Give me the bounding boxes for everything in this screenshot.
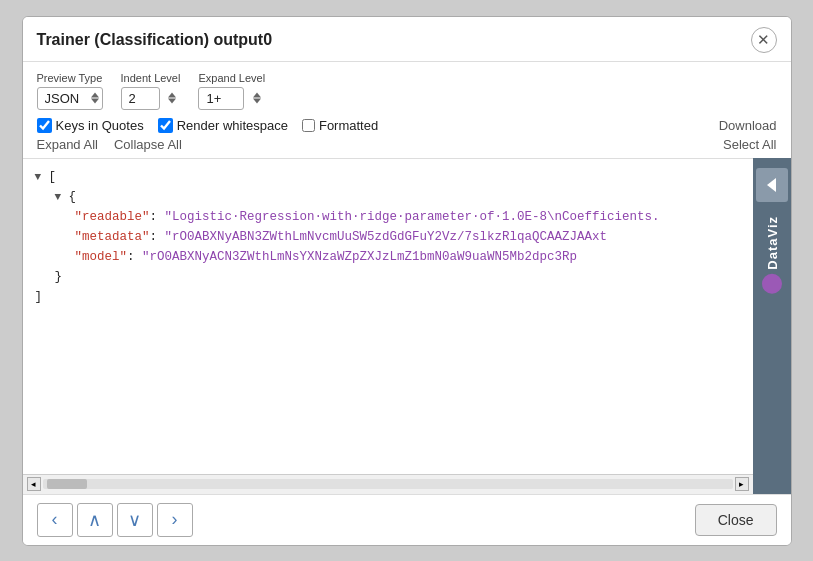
expand-all-link[interactable]: Expand All [37, 137, 98, 152]
preview-type-select[interactable]: JSON XML Text [37, 87, 103, 110]
main-body: ▼ [ ▼ { "readable": "Logistic·Regression… [23, 158, 791, 494]
expand-arrow-up-icon [253, 93, 261, 98]
preview-type-label: Preview Type [37, 72, 103, 84]
indent-arrow-down-icon [168, 99, 176, 104]
footer: ‹ ∧ ∨ › Close [23, 494, 791, 545]
json-area: ▼ [ ▼ { "readable": "Logistic·Regression… [23, 158, 753, 494]
formatted-checkbox[interactable] [302, 119, 315, 132]
json-line-metadata: "metadata": "rO0ABXNyABN3ZWthLmNvcmUuSW5… [35, 227, 741, 247]
preview-type-select-wrapper[interactable]: JSON XML Text [37, 87, 103, 110]
expand-level-select[interactable]: 1+ 2 3 All [198, 87, 244, 110]
collapse-all-link[interactable]: Collapse All [114, 137, 182, 152]
scroll-thumb[interactable] [47, 479, 87, 489]
side-panel-collapse-btn[interactable] [756, 168, 788, 202]
readable-value: "Logistic·Regression·with·ridge·paramete… [165, 210, 660, 224]
indent-level-group: Indent Level 1 2 3 4 [121, 72, 181, 110]
indent-arrow [168, 93, 176, 104]
close-brace: } [55, 270, 63, 284]
indent-level-label: Indent Level [121, 72, 181, 84]
json-line-bracket-close: ] [35, 287, 741, 307]
controls-row3: Expand All Collapse All Select All [37, 137, 777, 152]
render-whitespace-checkbox[interactable] [158, 118, 173, 133]
model-value: "rO0ABXNyACN3ZWthLmNsYXNzaWZpZXJzLmZ1bmN… [142, 250, 577, 264]
nav-next-button[interactable]: › [157, 503, 193, 537]
keys-in-quotes-checkbox[interactable] [37, 118, 52, 133]
render-whitespace-label: Render whitespace [177, 118, 288, 133]
nav-buttons: ‹ ∧ ∨ › [37, 503, 193, 537]
formatted-group[interactable]: Formatted [302, 118, 378, 133]
scroll-left-button[interactable]: ◂ [27, 477, 41, 491]
expand-level-group: Expand Level 1+ 2 3 All [198, 72, 265, 110]
horizontal-scrollbar[interactable]: ◂ ▸ [23, 474, 753, 494]
download-link[interactable]: Download [719, 118, 777, 133]
indent-level-select[interactable]: 1 2 3 4 [121, 87, 160, 110]
expand-arrow-down-icon [253, 99, 261, 104]
title-close-button[interactable]: ✕ [751, 27, 777, 53]
dataviz-label: DataViz [762, 216, 782, 294]
controls-row1: Preview Type JSON XML Text Indent Level [37, 72, 777, 110]
select-all-link[interactable]: Select All [723, 137, 776, 152]
json-line-brace-close: } [35, 267, 741, 287]
nav-prev-prev-button[interactable]: ‹ [37, 503, 73, 537]
toggle-array-icon[interactable]: ▼ [35, 169, 49, 187]
formatted-label: Formatted [319, 118, 378, 133]
close-footer-button[interactable]: Close [695, 504, 777, 536]
controls-row2: Keys in Quotes Render whitespace Formatt… [37, 118, 777, 133]
expand-arrow [253, 93, 261, 104]
keys-in-quotes-group[interactable]: Keys in Quotes [37, 118, 144, 133]
readable-key: "readable" [75, 210, 150, 224]
main-dialog: Trainer (Classification) output0 ✕ Previ… [22, 16, 792, 546]
preview-type-group: Preview Type JSON XML Text [37, 72, 103, 110]
expand-level-select-wrapper[interactable]: 1+ 2 3 All [198, 87, 265, 110]
side-chevron-left-icon [767, 178, 776, 192]
keys-in-quotes-label: Keys in Quotes [56, 118, 144, 133]
indent-level-select-wrapper[interactable]: 1 2 3 4 [121, 87, 181, 110]
json-line-bracket-open: ▼ [ [35, 167, 741, 187]
dataviz-text: DataViz [764, 216, 779, 270]
json-line-brace-open: ▼ { [35, 187, 741, 207]
render-whitespace-group[interactable]: Render whitespace [158, 118, 288, 133]
nav-down-button[interactable]: ∨ [117, 503, 153, 537]
controls-area: Preview Type JSON XML Text Indent Level [23, 62, 791, 158]
dataviz-icon [762, 273, 782, 293]
json-line-readable: "readable": "Logistic·Regression·with·ri… [35, 207, 741, 227]
expand-level-label: Expand Level [198, 72, 265, 84]
toggle-obj-icon[interactable]: ▼ [55, 189, 69, 207]
metadata-key: "metadata" [75, 230, 150, 244]
scroll-right-button[interactable]: ▸ [735, 477, 749, 491]
close-bracket: ] [35, 290, 43, 304]
json-line-model: "model": "rO0ABXNyACN3ZWthLmNsYXNzaWZpZX… [35, 247, 741, 267]
side-panel: DataViz [753, 158, 791, 494]
metadata-value: "rO0ABXNyABN3ZWthLmNvcmUuSW5zdGdGFuY2Vz/… [165, 230, 608, 244]
model-key: "model" [75, 250, 128, 264]
indent-arrow-up-icon [168, 93, 176, 98]
nav-up-button[interactable]: ∧ [77, 503, 113, 537]
scroll-track [43, 479, 733, 489]
title-bar: Trainer (Classification) output0 ✕ [23, 17, 791, 62]
dialog-title: Trainer (Classification) output0 [37, 31, 273, 49]
json-content[interactable]: ▼ [ ▼ { "readable": "Logistic·Regression… [23, 159, 753, 474]
